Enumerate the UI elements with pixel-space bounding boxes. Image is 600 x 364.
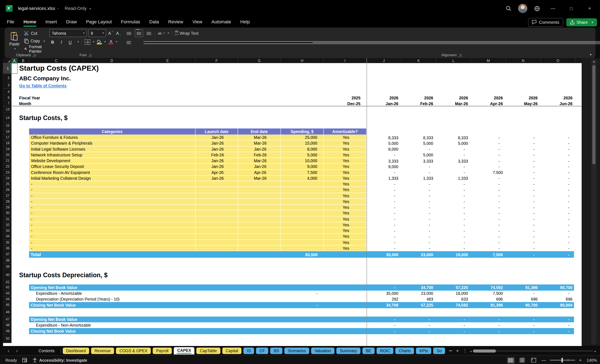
cell-month-2[interactable]: - — [436, 222, 471, 228]
cell-month-3[interactable]: 74,592 — [471, 284, 506, 291]
cell-amortizable[interactable]: Yes — [324, 193, 366, 199]
row-header-40[interactable]: 40 — [3, 270, 12, 280]
column-header-C[interactable]: C — [29, 58, 84, 63]
row-header-1[interactable]: 1 — [3, 63, 12, 74]
cell-amortizable[interactable]: Yes — [324, 228, 366, 234]
cell-month-1[interactable]: - — [401, 216, 436, 222]
cell-month-3[interactable]: 7,500 — [471, 291, 506, 296]
collapse-ribbon-chevron[interactable]: ▾ — [590, 53, 591, 57]
cell-amortizable[interactable]: Yes — [324, 222, 366, 228]
font-family-select[interactable]: Tahoma▾ — [49, 29, 87, 37]
cell-month-5[interactable]: - — [541, 146, 575, 152]
font-size-select[interactable]: 8▾ — [88, 29, 106, 37]
sheet-tab-scenarios[interactable]: Scenarios — [284, 347, 309, 354]
cell-month-0[interactable]: - — [366, 284, 401, 291]
cell-month-4[interactable]: - — [506, 222, 541, 228]
cell-month-5[interactable]: - — [541, 181, 575, 187]
row-header-26[interactable]: 26 — [3, 187, 12, 193]
menu-tab-data[interactable]: Data — [145, 17, 164, 27]
page-layout-view-button[interactable] — [518, 357, 526, 363]
cell-month-1[interactable]: - — [401, 205, 436, 210]
cell-month-2[interactable]: - — [436, 164, 471, 170]
cell-month-4[interactable]: - — [506, 170, 541, 175]
cell-month-3[interactable]: - — [471, 246, 506, 251]
cut-button[interactable]: Cut — [24, 30, 45, 36]
wrap-text-button[interactable]: abc↩Wrap Text — [175, 30, 198, 36]
cell-launch-date[interactable]: Apr-26 — [196, 170, 238, 175]
cell-month-1[interactable]: - — [401, 199, 436, 205]
row-header-23[interactable]: 23 — [3, 170, 12, 175]
fiscal-year-value[interactable]: 2026 — [506, 95, 541, 100]
cell-month-0[interactable]: - — [366, 246, 401, 251]
dep-row-label[interactable]: Expenditure - Non-Amortizable — [36, 322, 227, 328]
dep-h-value[interactable]: - — [281, 291, 324, 296]
cell-amortizable[interactable]: Yes — [324, 246, 366, 251]
sheet-tab-payroll[interactable]: Payroll — [153, 347, 172, 354]
cell-amortizable[interactable]: Yes — [324, 234, 366, 239]
cell-month-5[interactable]: - — [541, 152, 575, 158]
increase-font-button[interactable]: A^ — [108, 30, 114, 36]
cell-amortizable[interactable]: Yes — [324, 170, 366, 175]
cell-month-5[interactable]: - — [541, 164, 575, 170]
bold-button[interactable]: B — [49, 39, 56, 45]
cell-month-5[interactable]: - — [541, 187, 575, 193]
cell-month-1[interactable]: - — [401, 228, 436, 234]
cell-end-date[interactable]: Mar-26 — [238, 140, 281, 146]
sheet-tab-kpis[interactable]: KPIs — [416, 347, 431, 354]
cell-category[interactable]: - — [29, 222, 196, 228]
cell-spending[interactable] — [281, 246, 324, 251]
cell-month-5[interactable]: - — [541, 222, 575, 228]
dep-row-label[interactable]: Closing Net Book Value — [31, 328, 184, 334]
table-header-1[interactable]: Launch date — [196, 128, 238, 135]
cell-month-1[interactable]: 1,333 — [401, 175, 436, 181]
vertical-scrollbar-thumb[interactable] — [592, 65, 595, 164]
cell-end-date[interactable] — [238, 181, 281, 187]
cell-month-5[interactable]: - — [541, 216, 575, 222]
cell-month-2[interactable]: 8,333 — [436, 135, 471, 140]
cell-category[interactable]: - — [29, 181, 196, 187]
cell-end-date[interactable] — [238, 246, 281, 251]
row-header-38[interactable]: 38 — [3, 258, 12, 264]
sheet-tab-charts[interactable]: Charts — [395, 347, 414, 354]
cell-month-2[interactable]: - — [436, 216, 471, 222]
row-header-29[interactable]: 29 — [3, 205, 12, 210]
cell-month-2[interactable]: 3,333 — [436, 158, 471, 164]
section-heading-depreciation[interactable]: Startup Costs Depreciation, $ — [19, 270, 287, 280]
cell-month-5[interactable]: - — [541, 193, 575, 199]
menu-tab-help[interactable]: Help — [236, 17, 254, 27]
cell-category[interactable]: Initial Legal Software Licenses — [29, 146, 196, 152]
cell-month-2[interactable]: 633 — [436, 296, 471, 302]
cell-month-3[interactable]: - — [471, 222, 506, 228]
column-header-A[interactable]: A — [12, 58, 18, 63]
cell-end-date[interactable] — [238, 228, 281, 234]
month-value[interactable]: Jun-26 — [541, 100, 575, 106]
cell-month-0[interactable]: - — [366, 181, 401, 187]
cell-month-0[interactable]: - — [366, 222, 401, 228]
cell-category[interactable]: - — [29, 205, 196, 210]
cell-amortizable[interactable]: Yes — [324, 146, 366, 152]
cell-month-4[interactable]: - — [506, 317, 541, 322]
sheet-tab-valuation[interactable]: Valuation — [311, 347, 335, 354]
cell-month-2[interactable]: - — [436, 246, 471, 251]
row-header-6[interactable]: 6 — [3, 95, 12, 100]
cell-month-0[interactable]: - — [366, 317, 401, 322]
cell-category[interactable]: - — [29, 210, 196, 216]
cell-category[interactable]: - — [29, 199, 196, 205]
cell-month-1[interactable]: 8,333 — [401, 135, 436, 140]
row-header-30[interactable]: 30 — [3, 210, 12, 216]
globe-icon[interactable] — [533, 4, 541, 13]
sheet-nav-right-arrow[interactable]: › — [14, 348, 20, 354]
sheet-tab-dashboard[interactable]: Dashboard — [63, 347, 89, 354]
fiscal-year-value[interactable]: 2026 — [541, 95, 575, 100]
cell-launch-date[interactable] — [196, 240, 238, 246]
cell-amortizable[interactable]: Yes — [324, 181, 366, 187]
dep-row-label[interactable]: Expenditure - Amortizable — [36, 291, 227, 296]
cell-month-0[interactable]: - — [366, 210, 401, 216]
cell-month-5[interactable]: - — [541, 317, 575, 322]
column-header-J[interactable]: J — [366, 58, 401, 63]
cell-month-3[interactable]: 696 — [471, 296, 506, 302]
cell-month-0[interactable]: - — [366, 205, 401, 210]
menu-tab-home[interactable]: Home — [19, 17, 41, 27]
minimize-button[interactable]: — — [546, 0, 560, 17]
cell-amortizable[interactable]: Yes — [324, 152, 366, 158]
